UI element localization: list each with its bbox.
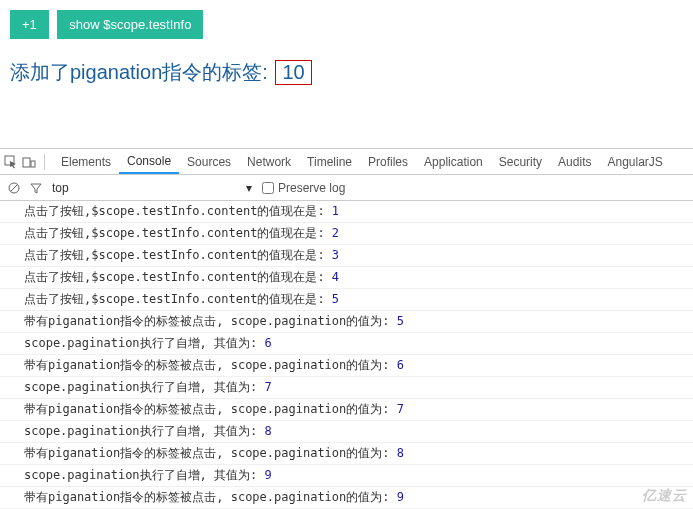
tab-console[interactable]: Console	[119, 149, 179, 174]
console-log-line: 带有piganation指令的标签被点击, scope.pagination的值…	[0, 487, 693, 509]
clear-console-icon[interactable]	[8, 182, 20, 194]
log-message: 带有piganation指令的标签被点击, scope.pagination的值…	[24, 446, 397, 460]
context-select-value: top	[52, 181, 69, 195]
log-value: 4	[332, 270, 339, 284]
show-scope-button[interactable]: show $scope.testInfo	[57, 10, 203, 39]
log-message: 点击了按钮,$scope.testInfo.content的值现在是:	[24, 226, 332, 240]
log-message: 点击了按钮,$scope.testInfo.content的值现在是:	[24, 248, 332, 262]
log-message: 带有piganation指令的标签被点击, scope.pagination的值…	[24, 358, 397, 372]
tab-network[interactable]: Network	[239, 149, 299, 174]
tab-timeline[interactable]: Timeline	[299, 149, 360, 174]
filter-icon[interactable]	[30, 182, 42, 194]
log-value: 7	[265, 380, 272, 394]
log-value: 9	[265, 468, 272, 482]
console-log-line: scope.pagination执行了自增, 其值为: 7	[0, 377, 693, 399]
increment-button[interactable]: +1	[10, 10, 49, 39]
pagination-label-row: 添加了piganation指令的标签: 10	[10, 59, 683, 86]
log-message: 带有piganation指令的标签被点击, scope.pagination的值…	[24, 490, 397, 504]
log-message: scope.pagination执行了自增, 其值为:	[24, 424, 265, 438]
svg-rect-1	[23, 158, 30, 167]
console-log-line: 带有piganation指令的标签被点击, scope.pagination的值…	[0, 443, 693, 465]
log-value: 1	[332, 204, 339, 218]
context-select[interactable]: top ▾	[52, 181, 252, 195]
tab-angularjs[interactable]: AngularJS	[599, 149, 670, 174]
log-value: 8	[265, 424, 272, 438]
log-value: 5	[332, 292, 339, 306]
console-log-line: 点击了按钮,$scope.testInfo.content的值现在是: 1	[0, 201, 693, 223]
console-log-line: 点击了按钮,$scope.testInfo.content的值现在是: 5	[0, 289, 693, 311]
console-log-line: 带有piganation指令的标签被点击, scope.pagination的值…	[0, 399, 693, 421]
console-log-line: scope.pagination执行了自增, 其值为: 8	[0, 421, 693, 443]
console-log-line: scope.pagination执行了自增, 其值为: 9	[0, 465, 693, 487]
tab-audits[interactable]: Audits	[550, 149, 599, 174]
pagination-value-box: 10	[275, 60, 311, 85]
devtools-panel: ElementsConsoleSourcesNetworkTimelinePro…	[0, 148, 693, 509]
log-message: 带有piganation指令的标签被点击, scope.pagination的值…	[24, 402, 397, 416]
tab-elements[interactable]: Elements	[53, 149, 119, 174]
inspect-icon[interactable]	[4, 155, 18, 169]
pagination-label-text: 添加了piganation指令的标签:	[10, 61, 268, 83]
console-output[interactable]: 点击了按钮,$scope.testInfo.content的值现在是: 1点击了…	[0, 201, 693, 509]
log-value: 6	[397, 358, 404, 372]
tab-sources[interactable]: Sources	[179, 149, 239, 174]
devtools-tabbar: ElementsConsoleSourcesNetworkTimelinePro…	[0, 149, 693, 175]
log-message: 点击了按钮,$scope.testInfo.content的值现在是:	[24, 292, 332, 306]
console-log-line: 点击了按钮,$scope.testInfo.content的值现在是: 2	[0, 223, 693, 245]
preserve-log-wrap[interactable]: Preserve log	[262, 181, 345, 195]
log-message: 点击了按钮,$scope.testInfo.content的值现在是:	[24, 270, 332, 284]
log-message: scope.pagination执行了自增, 其值为:	[24, 380, 265, 394]
console-toolbar: top ▾ Preserve log	[0, 175, 693, 201]
log-value: 7	[397, 402, 404, 416]
log-message: scope.pagination执行了自增, 其值为:	[24, 336, 265, 350]
tab-profiles[interactable]: Profiles	[360, 149, 416, 174]
svg-line-4	[11, 184, 18, 191]
log-value: 2	[332, 226, 339, 240]
log-message: 点击了按钮,$scope.testInfo.content的值现在是:	[24, 204, 332, 218]
tab-application[interactable]: Application	[416, 149, 491, 174]
device-icon[interactable]	[22, 155, 36, 169]
console-log-line: 带有piganation指令的标签被点击, scope.pagination的值…	[0, 311, 693, 333]
log-value: 9	[397, 490, 404, 504]
console-log-line: 带有piganation指令的标签被点击, scope.pagination的值…	[0, 355, 693, 377]
log-value: 5	[397, 314, 404, 328]
console-log-line: scope.pagination执行了自增, 其值为: 6	[0, 333, 693, 355]
log-value: 6	[265, 336, 272, 350]
tab-divider	[44, 154, 45, 170]
preserve-log-label: Preserve log	[278, 181, 345, 195]
svg-rect-2	[31, 161, 35, 167]
log-value: 3	[332, 248, 339, 262]
log-message: 带有piganation指令的标签被点击, scope.pagination的值…	[24, 314, 397, 328]
chevron-down-icon: ▾	[246, 181, 252, 195]
preserve-log-checkbox[interactable]	[262, 182, 274, 194]
log-message: scope.pagination执行了自增, 其值为:	[24, 468, 265, 482]
tab-security[interactable]: Security	[491, 149, 550, 174]
console-log-line: 点击了按钮,$scope.testInfo.content的值现在是: 4	[0, 267, 693, 289]
console-log-line: 点击了按钮,$scope.testInfo.content的值现在是: 3	[0, 245, 693, 267]
watermark: 亿速云	[642, 487, 687, 505]
log-value: 8	[397, 446, 404, 460]
